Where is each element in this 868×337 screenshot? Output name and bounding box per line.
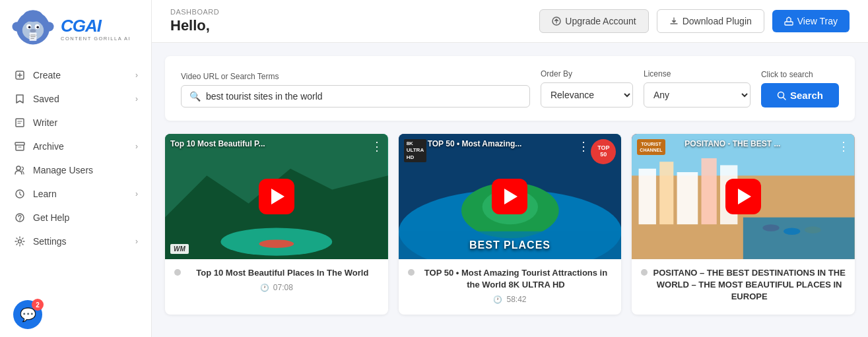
- sidebar-item-writer-label: Writer: [33, 117, 138, 128]
- sidebar-item-settings[interactable]: Settings ›: [0, 230, 151, 253]
- svg-point-17: [17, 166, 20, 170]
- archive-chevron-icon: ›: [135, 142, 138, 151]
- writer-icon: [13, 117, 26, 128]
- sidebar-item-manage-users[interactable]: Manage Users: [0, 158, 151, 182]
- best-places-overlay: BEST PLACES: [399, 239, 622, 251]
- svg-rect-36: [639, 169, 656, 224]
- order-by-label: Order By: [541, 69, 633, 78]
- page-title: Hello,: [170, 17, 219, 34]
- order-by-select[interactable]: Relevance Date Rating ViewCount: [541, 82, 633, 107]
- header-actions: Upgrade Account Download Plugin View Tra…: [539, 9, 850, 33]
- create-chevron-icon: ›: [135, 71, 138, 80]
- search-button-group: Click to search Search: [761, 70, 839, 107]
- play-triangle-2: [504, 189, 517, 204]
- chat-bubble-button[interactable]: 💬 2: [13, 300, 42, 329]
- sidebar-item-create[interactable]: Create ›: [0, 63, 151, 87]
- sidebar-item-learn-label: Learn: [33, 189, 135, 199]
- video1-title: Top 10 Most Beautiful Places In The Worl…: [186, 267, 379, 279]
- order-by-field: Order By Relevance Date Rating ViewCount: [541, 69, 633, 107]
- breadcrumb: DASHBOARD: [170, 8, 219, 16]
- video1-info: Top 10 Most Beautiful Places In The Worl…: [165, 259, 388, 300]
- get-help-icon: [13, 212, 26, 223]
- sidebar-item-get-help[interactable]: Get Help: [0, 206, 151, 230]
- video-card-2: 8KULTRAHD TOP50 TOP 50 • Most Amazing...…: [399, 134, 622, 315]
- search-button[interactable]: Search: [761, 83, 839, 107]
- svg-point-6: [30, 29, 36, 32]
- tourist-channel-badge: TOURISTCHANNEL: [637, 139, 665, 155]
- video-card-3: TOURISTCHANNEL ⋮ POSITANO - THE BEST ...…: [632, 134, 855, 315]
- sidebar-item-learn[interactable]: Learn ›: [0, 182, 151, 206]
- sidebar-item-get-help-label: Get Help: [33, 212, 138, 223]
- search-input[interactable]: [206, 91, 521, 102]
- license-select[interactable]: Any Creative Commons YouTube: [644, 82, 751, 107]
- search-input-icon: 🔍: [189, 91, 201, 102]
- video3-play-button[interactable]: [725, 179, 761, 214]
- video3-info: POSITANO – THE BEST DESTINATIONS IN THE …: [632, 259, 855, 315]
- clock-icon-1: 🕐: [260, 284, 269, 292]
- saved-icon: [13, 94, 26, 104]
- svg-rect-16: [15, 142, 24, 145]
- sidebar-item-saved[interactable]: Saved ›: [0, 87, 151, 111]
- video-thumb-1[interactable]: WM Top 10 Most Beautiful P... ⋮: [165, 134, 388, 259]
- sidebar-item-manage-users-label: Manage Users: [33, 165, 138, 175]
- click-to-search-label: Click to search: [761, 70, 839, 79]
- search-field: Video URL or Search Terms 🔍: [181, 72, 530, 107]
- svg-point-5: [36, 26, 39, 29]
- video2-title: TOP 50 • Most Amazing Tourist Attraction…: [420, 267, 613, 291]
- video3-title: POSITANO – THE BEST DESTINATIONS IN THE …: [653, 267, 846, 303]
- video1-dots-button[interactable]: ⋮: [371, 139, 383, 154]
- video3-dot: [641, 269, 648, 276]
- sidebar-logo: CGAI CONTENT GORILLA AI: [0, 0, 151, 58]
- wm-channel-badge: WM: [170, 244, 189, 254]
- videos-section: WM Top 10 Most Beautiful P... ⋮ Top 10 M…: [152, 127, 868, 337]
- search-section: Video URL or Search Terms 🔍 Order By Rel…: [165, 56, 855, 121]
- video-thumb-3[interactable]: TOURISTCHANNEL ⋮ POSITANO - THE BEST ...: [632, 134, 855, 259]
- video2-dots-button[interactable]: ⋮: [578, 139, 589, 154]
- svg-point-28: [259, 239, 294, 248]
- video3-title-overlay: POSITANO - THE BEST ...: [684, 139, 831, 148]
- upgrade-icon: [552, 16, 561, 26]
- video-thumb-2[interactable]: 8KULTRAHD TOP50 TOP 50 • Most Amazing...…: [399, 134, 622, 259]
- saved-chevron-icon: ›: [135, 94, 138, 104]
- video2-info: TOP 50 • Most Amazing Tourist Attraction…: [399, 259, 622, 312]
- search-input-wrap: 🔍: [181, 85, 530, 107]
- logo-brand-text: CGAI: [61, 17, 131, 34]
- sidebar-item-archive-label: Archive: [33, 141, 135, 152]
- view-tray-button[interactable]: View Tray: [772, 10, 850, 32]
- svg-point-7: [13, 22, 22, 31]
- video-card-1: WM Top 10 Most Beautiful P... ⋮ Top 10 M…: [165, 134, 388, 315]
- video2-dot: [408, 269, 415, 276]
- svg-point-8: [44, 22, 53, 31]
- video2-play-button[interactable]: [492, 179, 527, 214]
- video3-dots-button[interactable]: ⋮: [838, 139, 850, 154]
- download-icon: [669, 16, 679, 26]
- clock-icon-2: 🕐: [493, 295, 502, 304]
- manage-users-icon: [13, 165, 26, 175]
- video3-title-row: POSITANO – THE BEST DESTINATIONS IN THE …: [641, 267, 846, 303]
- learn-icon: [13, 189, 26, 199]
- url-field-label: Video URL or Search Terms: [181, 72, 530, 81]
- header: DASHBOARD Hello, Upgrade Account Downloa…: [152, 0, 868, 43]
- sidebar-item-writer[interactable]: Writer: [0, 111, 151, 135]
- license-label: License: [644, 69, 751, 78]
- learn-chevron-icon: ›: [135, 189, 138, 199]
- video2-title-row: TOP 50 • Most Amazing Tourist Attraction…: [408, 267, 613, 291]
- video1-title-overlay: Top 10 Most Beautiful P...: [170, 139, 364, 148]
- main-content: DASHBOARD Hello, Upgrade Account Downloa…: [152, 0, 868, 337]
- video2-title-overlay: TOP 50 • Most Amazing...: [428, 139, 598, 148]
- sidebar-item-archive[interactable]: Archive ›: [0, 135, 151, 158]
- svg-rect-37: [660, 162, 674, 224]
- video2-duration: 58:42: [506, 295, 526, 304]
- upgrade-account-button[interactable]: Upgrade Account: [539, 9, 648, 33]
- download-plugin-button[interactable]: Download Plugin: [657, 9, 764, 33]
- svg-point-9: [24, 10, 43, 22]
- videos-grid: WM Top 10 Most Beautiful P... ⋮ Top 10 M…: [165, 134, 855, 315]
- video1-play-button[interactable]: [259, 179, 294, 214]
- play-triangle: [271, 189, 284, 204]
- svg-rect-15: [16, 119, 24, 127]
- quality-badge: 8KULTRAHD: [404, 139, 427, 162]
- svg-point-20: [19, 220, 20, 221]
- svg-rect-23: [785, 22, 793, 25]
- svg-rect-44: [743, 218, 855, 259]
- search-button-icon: [777, 91, 786, 100]
